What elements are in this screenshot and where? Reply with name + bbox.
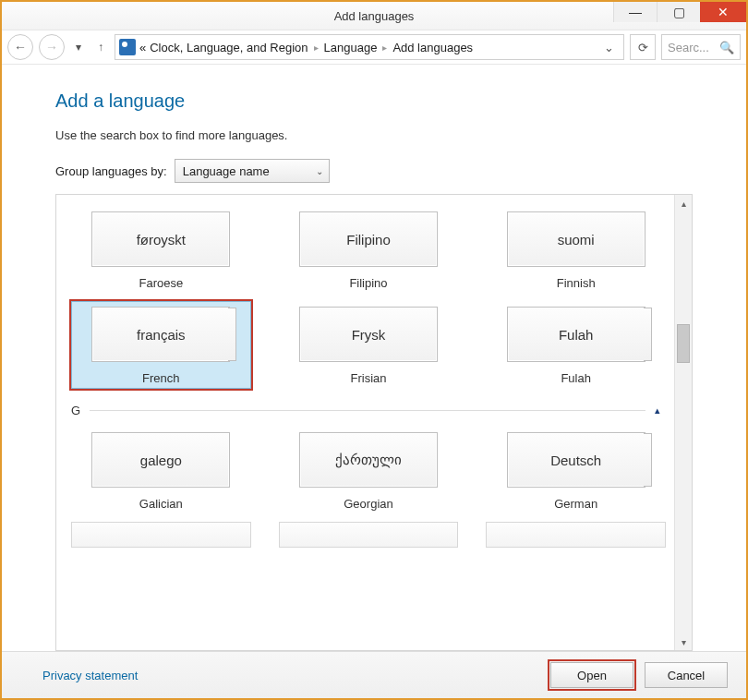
- language-item-georgian[interactable]: ქართული Georgian: [279, 427, 459, 514]
- language-label: Fulah: [561, 371, 591, 385]
- address-dropdown-button[interactable]: ⌄: [598, 41, 620, 54]
- language-label: French: [142, 371, 179, 385]
- minimize-button[interactable]: —: [613, 2, 657, 22]
- language-tile: føroyskt: [91, 211, 230, 267]
- chevron-down-icon: ⌄: [316, 166, 323, 176]
- language-tile: galego: [91, 432, 230, 488]
- refresh-button[interactable]: ⟳: [630, 34, 656, 60]
- forward-button[interactable]: →: [39, 34, 65, 60]
- scroll-up-button[interactable]: ▴: [675, 195, 692, 211]
- language-tile: Frysk: [299, 307, 438, 362]
- scroll-track[interactable]: [675, 211, 692, 634]
- language-label: Faroese: [139, 276, 183, 290]
- search-input[interactable]: Searc... 🔍: [661, 34, 741, 60]
- chevron-right-icon[interactable]: ▸: [380, 42, 389, 53]
- nav-row: ← → ▾ ↑ « Clock, Language, and Region ▸ …: [2, 30, 746, 65]
- privacy-statement-link[interactable]: Privacy statement: [42, 669, 138, 682]
- content-area: Add a language Use the search box to fin…: [2, 65, 746, 698]
- language-label: German: [554, 497, 597, 511]
- scroll-down-button[interactable]: ▾: [675, 634, 692, 650]
- window-buttons: — ▢ ✕: [613, 2, 746, 30]
- section-divider: [90, 410, 645, 411]
- language-item-partial[interactable]: [71, 522, 251, 548]
- section-header-g[interactable]: G ▴: [71, 404, 666, 417]
- language-item-french[interactable]: français French: [71, 301, 251, 389]
- control-panel-icon: [119, 39, 136, 55]
- group-by-row: Group languages by: Language name ⌄: [55, 159, 693, 183]
- language-item-finnish[interactable]: suomi Finnish: [486, 206, 666, 294]
- maximize-button[interactable]: ▢: [657, 2, 700, 22]
- language-item-partial[interactable]: [486, 522, 666, 548]
- group-by-value: Language name: [183, 164, 270, 178]
- language-item-galician[interactable]: galego Galician: [71, 427, 251, 514]
- language-tile: Fulah: [507, 307, 645, 362]
- language-list: føroyskt Faroese Filipino Filipino suomi…: [56, 195, 675, 650]
- language-tile: suomi: [507, 211, 645, 267]
- language-item-frisian[interactable]: Frysk Frisian: [279, 301, 459, 389]
- language-item-filipino[interactable]: Filipino Filipino: [279, 206, 459, 294]
- breadcrumb-segment[interactable]: Add languages: [392, 41, 473, 54]
- chevron-right-icon[interactable]: ▸: [312, 42, 320, 53]
- add-languages-window: Add languages — ▢ ✕ ← → ▾ ↑ « Clock, Lan…: [0, 0, 748, 700]
- address-bar[interactable]: « Clock, Language, and Region ▸ Language…: [115, 34, 624, 60]
- group-by-select[interactable]: Language name ⌄: [175, 159, 330, 183]
- titlebar: Add languages — ▢ ✕: [2, 2, 746, 30]
- language-tile: français: [91, 307, 230, 362]
- language-tile: Deutsch: [507, 432, 645, 488]
- scroll-thumb[interactable]: [677, 324, 690, 363]
- search-icon: 🔍: [719, 41, 734, 54]
- open-button[interactable]: Open: [550, 662, 633, 688]
- search-placeholder: Searc...: [668, 41, 709, 54]
- language-item-faroese[interactable]: føroyskt Faroese: [71, 206, 251, 294]
- page-hint: Use the search box to find more language…: [55, 128, 693, 142]
- collapse-icon[interactable]: ▴: [655, 404, 666, 416]
- breadcrumb-segment[interactable]: Language: [324, 41, 378, 54]
- language-item-partial[interactable]: [279, 522, 459, 548]
- up-button[interactable]: ↑: [92, 41, 109, 54]
- language-label: Georgian: [344, 497, 392, 511]
- language-label: Finnish: [557, 276, 596, 290]
- cancel-button[interactable]: Cancel: [645, 662, 728, 688]
- language-tile: ქართული: [299, 432, 438, 488]
- recent-locations-button[interactable]: ▾: [70, 41, 87, 54]
- language-label: Galician: [139, 497, 183, 511]
- section-letter: G: [71, 404, 80, 417]
- breadcrumb-ellipsis[interactable]: «: [139, 41, 146, 54]
- close-button[interactable]: ✕: [700, 2, 746, 22]
- footer: Privacy statement Open Cancel: [2, 651, 746, 698]
- back-button[interactable]: ←: [7, 34, 33, 60]
- page-title: Add a language: [55, 91, 693, 112]
- vertical-scrollbar[interactable]: ▴ ▾: [674, 195, 692, 650]
- language-list-panel: føroyskt Faroese Filipino Filipino suomi…: [55, 194, 693, 651]
- breadcrumb-segment[interactable]: Clock, Language, and Region: [150, 41, 308, 54]
- language-label: Frisian: [350, 371, 386, 385]
- language-label: Filipino: [349, 276, 387, 290]
- group-by-label: Group languages by:: [55, 164, 167, 178]
- language-item-fulah[interactable]: Fulah Fulah: [486, 301, 666, 389]
- language-tile: Filipino: [299, 211, 438, 267]
- language-item-german[interactable]: Deutsch German: [486, 427, 666, 514]
